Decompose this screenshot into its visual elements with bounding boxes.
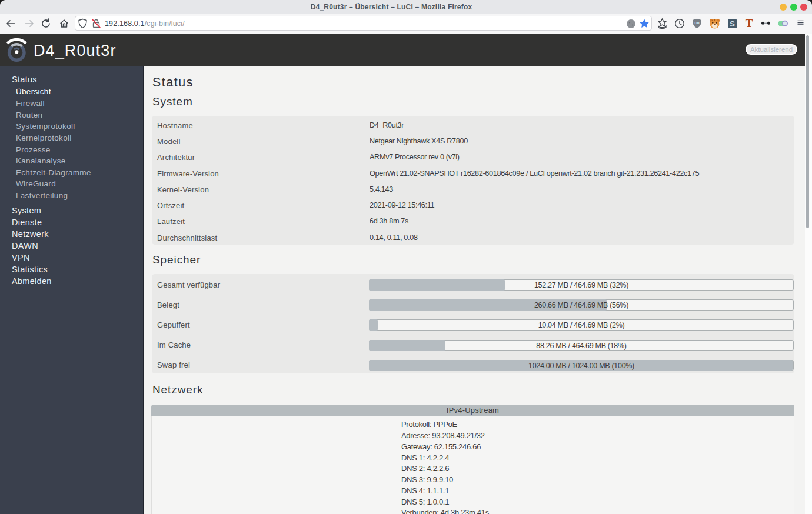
svg-text:U0: U0 <box>695 21 700 25</box>
svg-text:S: S <box>730 19 735 28</box>
